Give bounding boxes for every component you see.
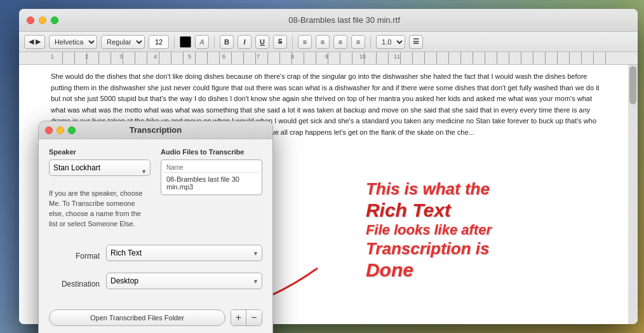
underline-button[interactable]: U <box>255 35 269 49</box>
modal-maximize-button[interactable] <box>68 126 76 134</box>
format-label: Format <box>49 252 100 261</box>
align-left-button[interactable]: ≡ <box>298 35 312 49</box>
font-style-select[interactable]: Regular <box>101 35 145 49</box>
speaker-select-wrapper: Stan Lockhart ▾ <box>49 160 151 182</box>
audio-label: Audio Files to Transcribe <box>161 148 262 156</box>
transcription-dialog[interactable]: Transcription Speaker Stan Lockhart ▾ If… <box>38 121 273 333</box>
divider-2 <box>214 36 215 48</box>
color-swatch[interactable] <box>180 36 191 48</box>
modal-close-button[interactable] <box>45 126 53 134</box>
list-button[interactable]: ☰ <box>409 35 423 49</box>
highlight-icon[interactable]: A <box>195 35 209 49</box>
destination-select[interactable]: Desktop <box>106 273 262 289</box>
format-select-wrapper: Rich Text ▾ <box>106 245 262 261</box>
vertical-scrollbar[interactable] <box>628 65 638 324</box>
destination-row: Destination Desktop ▾ <box>49 273 262 296</box>
modal-title-bar: Transcription <box>39 121 272 139</box>
add-file-button[interactable]: + <box>231 310 246 325</box>
italic-button[interactable]: I <box>238 35 252 49</box>
modal-controls <box>45 126 76 134</box>
modal-minimize-button[interactable] <box>57 126 64 134</box>
speaker-label: Speaker <box>49 148 151 156</box>
format-row: Format Rich Text ▾ <box>49 245 262 268</box>
justify-button[interactable]: ≡ <box>351 35 365 49</box>
destination-label: Destination <box>49 280 100 289</box>
audio-file-item: 08-Brambles last file 30 min.mp3 <box>164 174 259 192</box>
divider-3 <box>292 36 293 48</box>
align-center-button[interactable]: ≡ <box>316 35 330 49</box>
font-arrows[interactable]: ◀ ▶ <box>24 35 45 49</box>
title-bar: 08-Brambles last file 30 min.rtf <box>19 9 638 32</box>
format-select[interactable]: Rich Text <box>106 245 262 261</box>
open-folder-button[interactable]: Open Transcribed Files Folder <box>49 309 225 326</box>
modal-title: Transcription <box>130 125 182 135</box>
speaker-select[interactable]: Stan Lockhart <box>49 160 151 176</box>
toolbar: ◀ ▶ Helvetica Regular A B I U S ≡ ≡ ≡ ≡ … <box>19 32 638 52</box>
divider-1 <box>174 36 175 48</box>
destination-select-wrapper: Desktop ▾ <box>106 273 262 289</box>
maximize-button[interactable] <box>51 17 58 24</box>
plus-minus-group: + − <box>231 309 262 326</box>
modal-left-column: Speaker Stan Lockhart ▾ If you are the s… <box>49 148 151 238</box>
minimize-button[interactable] <box>39 17 46 24</box>
modal-right-column: Audio Files to Transcribe Name 08-Brambl… <box>161 148 262 238</box>
font-family-select[interactable]: Helvetica <box>49 35 97 49</box>
divider-4 <box>370 36 371 48</box>
folder-button-row: Open Transcribed Files Folder + − <box>39 309 272 331</box>
remove-file-button[interactable]: − <box>246 310 262 325</box>
window-controls <box>27 17 58 24</box>
window-title: 08-Brambles last file 30 min.rtf <box>58 15 630 25</box>
align-right-button[interactable]: ≡ <box>333 35 347 49</box>
close-button[interactable] <box>27 17 34 24</box>
strikethrough-button[interactable]: S <box>273 35 287 49</box>
font-size-input[interactable] <box>149 35 169 49</box>
line-spacing-select[interactable]: 1.0 <box>376 35 405 49</box>
modal-columns: Speaker Stan Lockhart ▾ If you are the s… <box>49 148 262 238</box>
ruler: 1 2 3 4 5 6 7 8 9 10 11 <box>19 52 638 65</box>
bold-button[interactable]: B <box>220 35 234 49</box>
audio-file-list: Name 08-Brambles last file 30 min.mp3 <box>161 160 262 195</box>
modal-description: If you are the speaker, choose Me. To Tr… <box>49 189 151 229</box>
modal-body: Speaker Stan Lockhart ▾ If you are the s… <box>39 139 272 309</box>
scroll-thumb[interactable] <box>629 66 636 104</box>
audio-name-header: Name <box>164 163 259 173</box>
